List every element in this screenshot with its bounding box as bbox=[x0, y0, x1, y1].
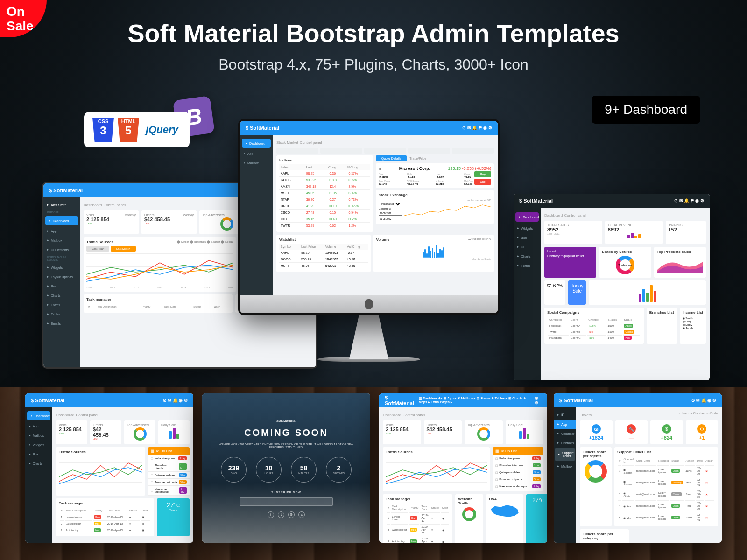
on-sale-badge: On Sale bbox=[0, 0, 47, 37]
top-products-area: Top Products sales bbox=[654, 247, 706, 278]
apple-logo-icon bbox=[365, 299, 373, 309]
nav-pill[interactable] bbox=[452, 148, 494, 154]
nav-pill[interactable] bbox=[408, 148, 450, 154]
tab-last-year[interactable]: Last Year bbox=[86, 246, 109, 252]
sidebar-item[interactable]: Box bbox=[514, 233, 541, 242]
facebook-icon[interactable]: f bbox=[268, 511, 274, 518]
table-row[interactable]: GOOGL538.25+18.8+3.6% bbox=[279, 177, 370, 183]
twitter-icon[interactable]: t bbox=[278, 511, 284, 518]
ticket-stat-card: $+824 bbox=[650, 420, 683, 444]
html5-icon: HTML bbox=[118, 118, 139, 142]
exchange-select[interactable]: first data set bbox=[379, 202, 402, 206]
hero-title: Soft Material Bootstrap Admin Templates bbox=[127, 19, 619, 48]
imac-chin bbox=[240, 295, 498, 313]
traffic-sources-chart: Traffic Sources ⬤ Direct ⬤ Referrals ⬤ S… bbox=[84, 237, 236, 292]
tab-quote-details[interactable]: Quote Details bbox=[376, 155, 407, 161]
ticket-stat-card: 🎟+1824 bbox=[580, 420, 613, 444]
preview-dashboard-dark-sidebar: $ SoftMaterial⊙ ✉ 🔔 ◉ ⚙ Dashboard AppMai… bbox=[25, 393, 193, 543]
donut-chart-icon bbox=[220, 217, 233, 231]
indices-table: Indices IndexLastChng%Chng AAPL98.25-0.3… bbox=[276, 155, 373, 232]
sidebar-item-charts[interactable]: Charts bbox=[43, 291, 80, 300]
table-row[interactable]: CSCO27.48-0.15-0.54% bbox=[279, 210, 370, 216]
sidebar-item-app[interactable]: App bbox=[43, 226, 80, 236]
sidebar-item-emails[interactable]: Emails bbox=[43, 319, 80, 328]
preview-purple-dashboard: $ SoftMaterial ⊙ ✉ 🔔 ⚑ ◉ ⚙ Dashboard Wid… bbox=[514, 194, 710, 380]
tickets-per-agent-donut: Tickets share per agents bbox=[580, 447, 612, 526]
stat-total-sales: TOTAL SALES 8952 1448 · 2251 bbox=[544, 221, 602, 244]
sidebar-item[interactable]: UI bbox=[514, 242, 541, 252]
sidebar-item[interactable]: Widgets bbox=[514, 224, 541, 233]
preview-tickets: $ SoftMaterial⊙ ✉ 🔔 ◉ ⚙ ◧ App Calendar C… bbox=[554, 393, 722, 543]
table-row[interactable]: AMZN342.18-12.4-3.5% bbox=[279, 183, 370, 190]
sidebar-item[interactable]: Charts bbox=[514, 252, 541, 261]
sidebar-item-layout[interactable]: Layout Options bbox=[43, 272, 80, 281]
table-row[interactable]: NTAP36.80-0.27-0.73% bbox=[279, 196, 370, 203]
ticket-stat-card: 🔧— bbox=[615, 420, 648, 444]
table-row[interactable]: 3◉ Oliviamail@mail.comLorem ipsumClosedS… bbox=[618, 489, 714, 499]
subscribe-label: SUBSCRIBE NOW bbox=[271, 491, 301, 494]
quote-card: ▣ Microsoft Corp. 125.15 -0.038 (-0.52%)… bbox=[376, 163, 494, 188]
table-row[interactable]: 2◉ Emmamail@mail.comLorem ipsumPendingMi… bbox=[618, 477, 714, 488]
app-header: $ SoftMaterial⊙ ✉ 🔔 ◉ ⚙ bbox=[554, 393, 722, 407]
brand-logo[interactable]: $ SoftMaterial bbox=[519, 198, 553, 203]
table-row[interactable]: MSFT45.05+1.05+2.4% bbox=[279, 190, 370, 196]
sidebar-item-forms[interactable]: Forms bbox=[43, 300, 80, 309]
tech-badges: CSS HTML jQuery bbox=[84, 112, 190, 147]
coming-soon-title: COMING SOON bbox=[244, 427, 328, 438]
nav-pill[interactable] bbox=[364, 148, 406, 154]
sidebar-item-tables[interactable]: Tables bbox=[43, 309, 80, 319]
sidebar-item-mailbox[interactable]: Mailbox bbox=[43, 236, 80, 245]
sidebar-item-box[interactable]: Box bbox=[43, 281, 80, 291]
tab-trade-price[interactable]: Trade/Price bbox=[408, 155, 428, 161]
header-icons[interactable]: ⊙ ✉ 🔔 ⚑ ◉ ⚙ bbox=[462, 126, 492, 130]
sidebar-item[interactable]: Mailbox bbox=[240, 158, 273, 168]
brand-logo[interactable]: $ SoftMaterial bbox=[246, 125, 279, 131]
coming-soon-subtitle: WE ARE WORKING VERY HARD ON THE NEW VERS… bbox=[219, 443, 353, 448]
page-title: Tickets ⌂ Home › Contacts › Data bbox=[580, 411, 718, 418]
table-row[interactable]: INTC35.15+0.40+1.2% bbox=[279, 216, 370, 223]
sidebar-item[interactable]: Forms bbox=[514, 261, 541, 270]
sidebar: Dashboard Widgets Box UI Charts Forms bbox=[514, 208, 541, 380]
table-row[interactable]: MSFT45.05842903+2.40 bbox=[279, 263, 368, 269]
hero-subtitle: Bootstrap 4.x, 75+ Plugins, Charts, 3000… bbox=[218, 56, 529, 73]
stat-orders: Orders Weekly $42 458.45 -2% bbox=[141, 210, 197, 234]
page-title: Stock Market Control panel bbox=[276, 139, 494, 145]
date-to[interactable] bbox=[379, 217, 402, 221]
app-header: $ SoftMaterial⊙ ✉ 🔔 ◉ ⚙ bbox=[25, 393, 193, 407]
preview-dashboard-top-nav: $ SoftMaterial ▥ Dashboard ▸ ⊞ App ▸ ✉ M… bbox=[379, 393, 547, 543]
sidebar-item[interactable]: App bbox=[240, 149, 273, 158]
countdown: 239DAYS 10HOURS 58MINUTES 2SECONDS bbox=[221, 457, 352, 483]
support-ticket-table: Support Ticket List #Opened byCust. Emai… bbox=[614, 447, 718, 526]
ticket-stat-card: ⚙+1 bbox=[686, 420, 719, 444]
tickets-per-category-bars: Tickets share per category bbox=[580, 529, 629, 543]
instagram-icon[interactable]: ◇ bbox=[298, 511, 305, 518]
sidebar-item-ui[interactable]: UI Elements bbox=[43, 245, 80, 254]
sidebar: ◧ App Calendar Contacts Support Ticket M… bbox=[554, 407, 576, 543]
table-row[interactable]: 5◉ Miamail@mail.comLorem ipsumOpenAnna12… bbox=[618, 512, 714, 523]
stock-exchange-chart: Stock Exchange ▬ first data set +0.386 f… bbox=[376, 190, 494, 224]
brand-logo[interactable]: $ SoftMaterial bbox=[49, 188, 83, 193]
tab-last-month[interactable]: Last Month bbox=[111, 246, 136, 252]
sidebar-item-dashboard[interactable]: Dashboard bbox=[45, 216, 78, 225]
table-row[interactable]: TWTR53.29-0.62-1.2% bbox=[279, 223, 370, 229]
table-row[interactable]: AAPL98.25-0.36-0.37% bbox=[279, 170, 370, 177]
sidebar-item-dashboard[interactable]: Dashboard bbox=[27, 411, 50, 420]
table-row[interactable]: GOOGL538.251042903+3.60 bbox=[279, 256, 368, 263]
table-row[interactable]: AAPL98.251542903-0.37 bbox=[279, 250, 368, 256]
table-row[interactable]: 1◉ Sophiamail@mail.comLorem ipsumOpenJoh… bbox=[618, 465, 714, 476]
sidebar-item-dashboard[interactable]: Dashboard bbox=[515, 212, 539, 222]
sidebar-item-dashboard[interactable]: Dashboard bbox=[242, 139, 271, 148]
subscribe-input[interactable] bbox=[240, 497, 333, 506]
google-icon[interactable]: G bbox=[288, 511, 295, 518]
ratio-card: 🗠 67% bbox=[544, 280, 565, 305]
sidebar: Alex Smith PERSONAL Dashboard App Mailbo… bbox=[43, 197, 80, 367]
nav-pill[interactable] bbox=[320, 148, 362, 154]
table-row[interactable]: 4◉ Avamail@mail.comLorem ipsumOpenPaul12… bbox=[618, 500, 714, 511]
sidebar-user[interactable]: Alex Smith bbox=[43, 200, 80, 210]
nav-pill[interactable] bbox=[276, 148, 318, 154]
social-icons: ftG◇ bbox=[268, 511, 305, 518]
date-from[interactable] bbox=[379, 211, 402, 216]
sidebar: Dashboard AppMailboxWidgetsBoxCharts bbox=[25, 407, 52, 543]
table-row[interactable]: ORCL41.29+0.19+0.46% bbox=[279, 203, 370, 210]
sidebar-item-widgets[interactable]: Widgets bbox=[43, 263, 80, 272]
